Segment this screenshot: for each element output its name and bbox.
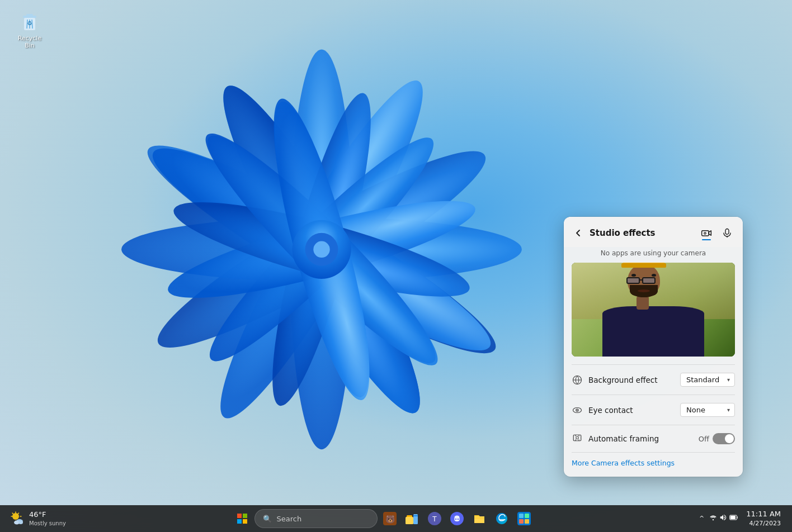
weather-icon (10, 511, 26, 526)
more-settings-section: More Camera effects settings (564, 453, 743, 477)
taskbar-center: 🔍 Search 🐻 (69, 509, 697, 529)
camera-status: No apps are using your camera (564, 247, 743, 263)
recycle-bin-image: ♻ (18, 10, 41, 32)
panel-header: Studio effects (564, 217, 743, 247)
camera-toggle-button[interactable] (698, 225, 715, 241)
taskbar-video-app[interactable]: T (425, 509, 445, 529)
battery-icon (729, 514, 738, 523)
svg-point-27 (704, 232, 706, 234)
automatic-framing-label: Automatic framing (588, 434, 693, 443)
desktop: ♻ Recycle Bin Studio effects (0, 0, 792, 532)
svg-rect-47 (406, 517, 413, 524)
svg-rect-41 (243, 514, 247, 518)
eye-contact-label: Eye contact (588, 406, 675, 415)
svg-text:T: T (432, 515, 437, 523)
background-effect-chevron: ▾ (727, 377, 730, 383)
weather-temp: 46°F (29, 510, 66, 520)
media-app-icon: 🐻 (383, 512, 397, 525)
video-app-icon: T (428, 512, 441, 525)
background-effect-label: Background effect (588, 376, 675, 384)
svg-point-53 (455, 519, 456, 520)
file-manager-icon (406, 512, 419, 525)
taskbar-discord[interactable] (447, 509, 467, 529)
taskbar-explorer[interactable] (469, 509, 489, 529)
svg-rect-42 (237, 519, 242, 524)
svg-point-60 (713, 519, 714, 520)
svg-rect-34 (573, 435, 581, 441)
start-button[interactable] (232, 509, 252, 529)
back-button[interactable] (572, 226, 585, 240)
microphone-toggle-button[interactable] (719, 225, 735, 241)
system-tray: ^ (697, 507, 785, 530)
svg-point-54 (458, 519, 459, 520)
taskbar-store[interactable] (514, 509, 534, 529)
search-label: Search (276, 515, 301, 523)
edge-icon (495, 512, 508, 525)
automatic-framing-row: Automatic framing Off (564, 425, 743, 452)
eye-contact-row: Eye contact None ▾ (564, 395, 743, 425)
tray-icons-group[interactable] (706, 511, 742, 525)
recycle-bin-label: Recycle Bin (13, 35, 46, 49)
taskbar-file-manager[interactable] (402, 509, 422, 529)
background-effect-row: Background effect Standard ▾ (564, 365, 743, 395)
taskbar-app-media[interactable]: 🐻 (380, 509, 400, 529)
svg-rect-26 (702, 231, 709, 236)
camera-preview (572, 263, 735, 357)
svg-point-33 (577, 410, 578, 411)
svg-rect-49 (413, 515, 418, 516)
more-camera-effects-link[interactable]: More Camera effects settings (572, 459, 675, 467)
taskbar-search-bar[interactable]: 🔍 Search (254, 509, 378, 528)
explorer-icon (473, 512, 486, 525)
svg-rect-43 (243, 519, 247, 524)
svg-point-18 (313, 241, 329, 258)
store-icon (517, 512, 531, 525)
background-effect-dropdown[interactable]: Standard ▾ (680, 373, 735, 387)
automatic-framing-toggle-container: Off (699, 433, 735, 444)
system-clock[interactable]: 11:11 AM 4/27/2023 (742, 507, 785, 530)
windows-logo-icon (237, 514, 247, 524)
automatic-framing-icon (572, 433, 583, 444)
svg-rect-58 (519, 519, 524, 524)
svg-point-35 (576, 436, 579, 439)
svg-rect-59 (525, 519, 529, 524)
studio-effects-panel: Studio effects No apps are using your ca… (564, 217, 743, 477)
automatic-framing-value: Off (699, 435, 709, 443)
toggle-thumb (725, 434, 734, 443)
svg-rect-56 (519, 514, 524, 518)
automatic-framing-toggle[interactable] (713, 433, 735, 444)
wifi-icon (709, 514, 717, 523)
tray-expand-button[interactable]: ^ (697, 512, 706, 524)
volume-icon (719, 514, 727, 523)
search-icon: 🔍 (263, 515, 272, 523)
wallpaper-flower (56, 0, 587, 514)
svg-rect-62 (730, 516, 736, 519)
svg-rect-40 (237, 514, 242, 518)
svg-rect-20 (26, 14, 33, 16)
background-effect-value: Standard (686, 376, 719, 384)
svg-text:♻: ♻ (27, 20, 32, 26)
svg-point-39 (18, 521, 23, 524)
taskbar: 46°F Mostly sunny 🔍 Search (0, 505, 792, 532)
taskbar-edge[interactable] (492, 509, 512, 529)
background-effect-icon (572, 374, 583, 386)
svg-text:🐻: 🐻 (385, 515, 395, 524)
preview-scene (572, 263, 735, 357)
eye-contact-value: None (686, 406, 705, 414)
discord-icon (450, 512, 464, 525)
svg-rect-57 (525, 514, 529, 518)
panel-title: Studio effects (590, 228, 694, 238)
eye-contact-icon (572, 405, 583, 416)
clock-date: 4/27/2023 (746, 519, 781, 528)
eye-contact-chevron: ▾ (727, 407, 730, 413)
eye-contact-dropdown[interactable]: None ▾ (680, 403, 735, 417)
svg-rect-28 (725, 229, 729, 235)
weather-info: 46°F Mostly sunny (29, 510, 66, 527)
recycle-bin-icon[interactable]: ♻ Recycle Bin (10, 7, 49, 53)
weather-desc: Mostly sunny (29, 520, 66, 527)
weather-widget[interactable]: 46°F Mostly sunny (7, 508, 69, 529)
clock-time: 11:11 AM (746, 509, 781, 519)
